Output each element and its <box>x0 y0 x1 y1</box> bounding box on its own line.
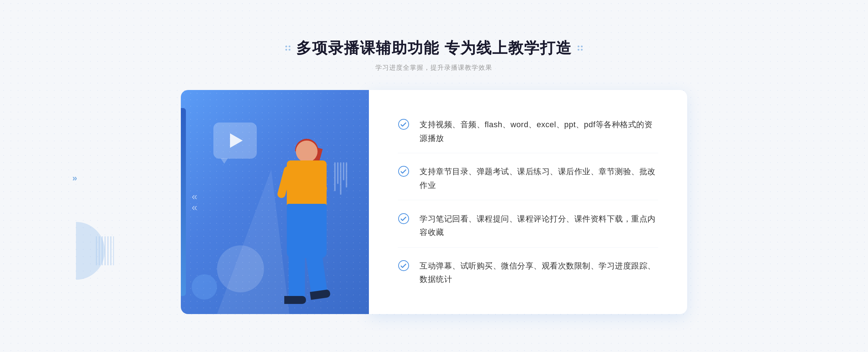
sub-title: 学习进度全掌握，提升录播课教学效果 <box>285 63 583 72</box>
feature-item-4: 互动弹幕、试听购买、微信分享、观看次数限制、学习进度跟踪、数据统计 <box>398 251 658 294</box>
features-panel: 支持视频、音频、flash、word、excel、ppt、pdf等各种格式的资源… <box>369 90 687 314</box>
check-circle-icon-1 <box>398 119 409 130</box>
svg-point-3 <box>399 261 409 271</box>
deco-striped-pattern <box>96 236 114 265</box>
main-title: 多项录播课辅助功能 专为线上教学打造 <box>296 38 572 58</box>
feature-text-1: 支持视频、音频、flash、word、excel、ppt、pdf等各种格式的资源… <box>420 118 658 145</box>
header-section: 多项录播课辅助功能 专为线上教学打造 学习进度全掌握，提升录播课教学效果 <box>285 38 583 72</box>
illustration-panel: « « <box>181 90 369 314</box>
person-shoe-left <box>284 296 306 304</box>
person-body <box>287 160 327 207</box>
person-pants <box>287 204 327 258</box>
title-dots-right <box>578 46 583 51</box>
svg-point-1 <box>399 166 409 176</box>
vertical-bar-decoration <box>181 108 186 296</box>
deco-arrows: « « <box>192 192 197 213</box>
check-circle-icon-3 <box>398 213 409 224</box>
feature-text-2: 支持章节目录、弹题考试、课后练习、课后作业、章节测验、批改作业 <box>420 165 658 192</box>
feature-item-1: 支持视频、音频、flash、word、excel、ppt、pdf等各种格式的资源… <box>398 110 658 153</box>
page-container: » 多项录播课辅助功能 专为线上教学打造 学习进度全掌握，提升录播课教学效果 <box>0 0 868 352</box>
check-circle-icon-4 <box>398 260 409 271</box>
person-figure <box>256 141 350 314</box>
title-wrapper: 多项录播课辅助功能 专为线上教学打造 <box>285 38 583 58</box>
person-leg-left <box>289 253 305 303</box>
main-content: « « <box>181 90 687 314</box>
left-arrows: » <box>72 173 77 183</box>
svg-point-2 <box>399 214 409 224</box>
left-decoration: » <box>72 173 77 183</box>
feature-text-4: 互动弹幕、试听购买、微信分享、观看次数限制、学习进度跟踪、数据统计 <box>420 259 658 286</box>
play-triangle-icon <box>230 133 243 148</box>
feature-item-3: 学习笔记回看、课程提问、课程评论打分、课件资料下载，重点内容收藏 <box>398 204 658 248</box>
svg-point-0 <box>399 119 409 129</box>
chevron-left-icon: « <box>192 192 197 202</box>
chevron-left-icon-2: « <box>192 202 197 213</box>
check-circle-icon-2 <box>398 166 409 177</box>
person-head <box>296 141 318 162</box>
deco-circle-small <box>192 274 217 300</box>
play-bubble <box>213 123 257 159</box>
arrow-chevron-icon: » <box>72 173 77 183</box>
feature-text-3: 学习笔记回看、课程提问、课程评论打分、课件资料下载，重点内容收藏 <box>420 212 658 239</box>
title-dots-left <box>285 46 290 51</box>
feature-item-2: 支持章节目录、弹题考试、课后练习、课后作业、章节测验、批改作业 <box>398 157 658 200</box>
